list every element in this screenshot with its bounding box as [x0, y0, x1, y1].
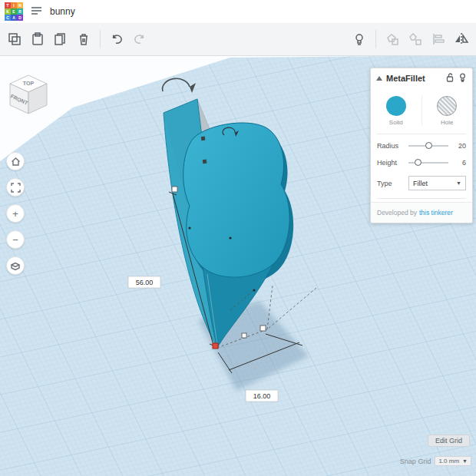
scale-handle[interactable]: [242, 333, 246, 338]
redo-icon[interactable]: [130, 29, 150, 49]
type-dropdown[interactable]: Fillet ▼: [408, 176, 466, 190]
panel-header: MetaFillet: [371, 68, 472, 88]
toolbar-separator: [100, 30, 101, 48]
svg-text:16.00: 16.00: [253, 392, 271, 400]
collapse-panel-icon[interactable]: [376, 76, 382, 81]
edge-handle[interactable]: [203, 160, 207, 164]
radius-slider-thumb[interactable]: [425, 142, 432, 149]
paste-icon[interactable]: [28, 29, 48, 49]
show-all-icon[interactable]: [349, 29, 369, 49]
body-top-face: [183, 123, 290, 278]
dimension-label-vertical[interactable]: 56.00: [128, 276, 160, 288]
edge-handle[interactable]: [201, 137, 206, 141]
developer-link[interactable]: this tinkerer: [419, 209, 453, 217]
menu-list-icon[interactable]: [31, 5, 42, 18]
flip-mirror-icon[interactable]: [451, 29, 471, 49]
edit-grid-button[interactable]: Edit Grid: [428, 435, 470, 447]
dimension-label-horizontal[interactable]: 16.00: [246, 390, 278, 402]
active-corner-handle[interactable]: [213, 343, 218, 349]
solid-swatch[interactable]: [386, 96, 406, 116]
fit-view-button[interactable]: [6, 178, 25, 197]
radius-value[interactable]: 20: [454, 142, 466, 150]
hide-lightbulb-icon[interactable]: [458, 71, 467, 85]
radius-slider[interactable]: [408, 145, 448, 147]
zoom-out-button[interactable]: −: [6, 230, 25, 249]
radius-row: Radius 20: [371, 137, 472, 154]
divider: [377, 134, 466, 134]
snap-grid-label: Snap Grid: [400, 458, 431, 465]
height-slider[interactable]: [408, 162, 448, 164]
copy-icon[interactable]: [5, 29, 25, 49]
solid-option[interactable]: Solid: [371, 96, 421, 126]
hole-swatch[interactable]: [437, 96, 457, 116]
delete-icon[interactable]: [74, 29, 94, 49]
snap-grid-row: Snap Grid 1.0 mm ▼: [400, 456, 471, 466]
design-title[interactable]: bunny: [50, 6, 75, 17]
top-bar: TIN KER CAD bunny: [0, 0, 476, 23]
chevron-down-icon: ▼: [462, 458, 468, 464]
toolbar-separator: [375, 30, 376, 48]
tinkercad-logo[interactable]: TIN KER CAD: [5, 2, 23, 21]
align-icon[interactable]: [428, 29, 448, 49]
undo-icon[interactable]: [107, 29, 127, 49]
home-view-button[interactable]: [6, 152, 25, 170]
type-row: Type Fillet ▼: [371, 171, 472, 195]
scale-handle[interactable]: [172, 187, 177, 192]
hole-option[interactable]: Hole: [421, 96, 473, 126]
chevron-down-icon: ▼: [456, 180, 461, 186]
view-cube[interactable]: TOP FRONT: [6, 71, 51, 121]
ungroup-icon[interactable]: [405, 29, 425, 49]
scale-handle[interactable]: [260, 326, 266, 331]
snap-grid-dropdown[interactable]: 1.0 mm ▼: [435, 456, 471, 466]
group-icon[interactable]: [382, 29, 402, 49]
perspective-toggle-button[interactable]: [6, 256, 25, 275]
height-slider-thumb[interactable]: [415, 159, 421, 166]
shape-inspector-panel: MetaFillet Solid Hole Radius 20 Height 6: [370, 68, 473, 223]
lock-icon[interactable]: [446, 71, 455, 85]
duplicate-icon[interactable]: [51, 29, 71, 49]
height-value[interactable]: 6: [454, 159, 466, 167]
height-row: Height 6: [371, 154, 472, 171]
panel-footer: Developed bythis tinkerer: [371, 202, 472, 223]
zoom-in-button[interactable]: +: [6, 204, 25, 223]
svg-text:TOP: TOP: [23, 81, 35, 86]
divider: [377, 198, 466, 199]
solid-hole-selector: Solid Hole: [371, 88, 472, 131]
main-toolbar: [0, 23, 476, 56]
shape-name: MetaFillet: [386, 74, 442, 83]
svg-text:56.00: 56.00: [136, 279, 154, 286]
